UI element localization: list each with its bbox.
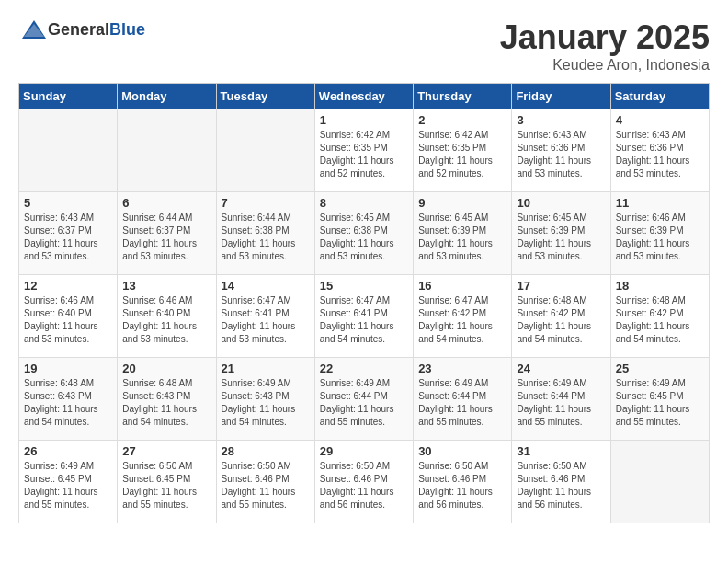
day-info: Sunrise: 6:45 AMSunset: 6:38 PMDaylight:… bbox=[320, 212, 408, 263]
logo: GeneralBlue bbox=[18, 18, 145, 40]
day-number: 3 bbox=[517, 113, 605, 127]
day-number: 30 bbox=[418, 444, 506, 458]
day-info: Sunrise: 6:44 AMSunset: 6:38 PMDaylight:… bbox=[222, 212, 310, 263]
day-info: Sunrise: 6:46 AMSunset: 6:40 PMDaylight:… bbox=[24, 294, 112, 346]
day-info: Sunrise: 6:48 AMSunset: 6:43 PMDaylight:… bbox=[24, 377, 112, 429]
logo-general: General bbox=[48, 20, 109, 39]
calendar-cell: 5Sunrise: 6:43 AMSunset: 6:37 PMDaylight… bbox=[19, 192, 118, 275]
day-number: 23 bbox=[418, 362, 506, 375]
day-info: Sunrise: 6:48 AMSunset: 6:42 PMDaylight:… bbox=[517, 294, 605, 346]
calendar-cell: 19Sunrise: 6:48 AMSunset: 6:43 PMDayligh… bbox=[19, 358, 118, 441]
day-info: Sunrise: 6:50 AMSunset: 6:45 PMDaylight:… bbox=[122, 460, 210, 511]
calendar-table: SundayMondayTuesdayWednesdayThursdayFrid… bbox=[18, 83, 710, 523]
calendar-cell bbox=[118, 109, 216, 192]
day-info: Sunrise: 6:42 AMSunset: 6:35 PMDaylight:… bbox=[320, 129, 408, 180]
day-info: Sunrise: 6:47 AMSunset: 6:41 PMDaylight:… bbox=[320, 294, 408, 346]
calendar-cell: 25Sunrise: 6:49 AMSunset: 6:45 PMDayligh… bbox=[610, 358, 709, 441]
day-number: 22 bbox=[320, 362, 408, 375]
calendar-cell: 4Sunrise: 6:43 AMSunset: 6:36 PMDaylight… bbox=[610, 109, 709, 192]
calendar-cell: 31Sunrise: 6:50 AMSunset: 6:46 PMDayligh… bbox=[512, 441, 610, 523]
week-row-4: 19Sunrise: 6:48 AMSunset: 6:43 PMDayligh… bbox=[19, 358, 710, 441]
day-info: Sunrise: 6:43 AMSunset: 6:36 PMDaylight:… bbox=[517, 129, 605, 180]
day-number: 13 bbox=[122, 279, 210, 293]
day-info: Sunrise: 6:44 AMSunset: 6:37 PMDaylight:… bbox=[122, 212, 210, 263]
header-day-wednesday: Wednesday bbox=[314, 84, 413, 109]
day-info: Sunrise: 6:49 AMSunset: 6:43 PMDaylight:… bbox=[222, 377, 310, 429]
day-info: Sunrise: 6:49 AMSunset: 6:45 PMDaylight:… bbox=[24, 460, 112, 511]
day-number: 2 bbox=[418, 113, 506, 127]
calendar-cell: 17Sunrise: 6:48 AMSunset: 6:42 PMDayligh… bbox=[512, 275, 610, 358]
calendar-cell: 26Sunrise: 6:49 AMSunset: 6:45 PMDayligh… bbox=[19, 441, 118, 523]
calendar-cell: 20Sunrise: 6:48 AMSunset: 6:43 PMDayligh… bbox=[118, 358, 216, 441]
calendar-cell: 16Sunrise: 6:47 AMSunset: 6:42 PMDayligh… bbox=[414, 275, 512, 358]
calendar-cell: 13Sunrise: 6:46 AMSunset: 6:40 PMDayligh… bbox=[118, 275, 216, 358]
header-day-saturday: Saturday bbox=[610, 84, 709, 109]
title-area: January 2025 Keudee Aron, Indonesia bbox=[500, 18, 710, 74]
calendar-cell bbox=[216, 109, 314, 192]
header-day-monday: Monday bbox=[118, 84, 216, 109]
day-info: Sunrise: 6:50 AMSunset: 6:46 PMDaylight:… bbox=[222, 460, 310, 511]
day-number: 20 bbox=[122, 362, 210, 375]
day-number: 18 bbox=[616, 279, 704, 293]
day-info: Sunrise: 6:47 AMSunset: 6:41 PMDaylight:… bbox=[222, 294, 310, 346]
day-number: 6 bbox=[122, 196, 210, 210]
logo-blue: Blue bbox=[109, 20, 145, 39]
logo-icon bbox=[20, 18, 48, 40]
week-row-2: 5Sunrise: 6:43 AMSunset: 6:37 PMDaylight… bbox=[19, 192, 710, 275]
svg-marker-1 bbox=[24, 24, 44, 37]
header-day-thursday: Thursday bbox=[414, 84, 512, 109]
day-number: 7 bbox=[222, 196, 310, 210]
day-info: Sunrise: 6:48 AMSunset: 6:43 PMDaylight:… bbox=[122, 377, 210, 429]
calendar-cell: 14Sunrise: 6:47 AMSunset: 6:41 PMDayligh… bbox=[216, 275, 314, 358]
day-number: 17 bbox=[517, 279, 605, 293]
day-info: Sunrise: 6:46 AMSunset: 6:39 PMDaylight:… bbox=[616, 212, 704, 263]
day-number: 21 bbox=[222, 362, 310, 375]
calendar-cell: 9Sunrise: 6:45 AMSunset: 6:39 PMDaylight… bbox=[414, 192, 512, 275]
day-number: 31 bbox=[517, 444, 605, 458]
calendar-cell: 27Sunrise: 6:50 AMSunset: 6:45 PMDayligh… bbox=[118, 441, 216, 523]
day-info: Sunrise: 6:43 AMSunset: 6:37 PMDaylight:… bbox=[24, 212, 112, 263]
day-number: 9 bbox=[418, 196, 506, 210]
day-info: Sunrise: 6:49 AMSunset: 6:44 PMDaylight:… bbox=[517, 377, 605, 429]
day-number: 11 bbox=[616, 196, 704, 210]
calendar-cell: 7Sunrise: 6:44 AMSunset: 6:38 PMDaylight… bbox=[216, 192, 314, 275]
calendar-cell: 30Sunrise: 6:50 AMSunset: 6:46 PMDayligh… bbox=[414, 441, 512, 523]
day-info: Sunrise: 6:45 AMSunset: 6:39 PMDaylight:… bbox=[517, 212, 605, 263]
day-number: 8 bbox=[320, 196, 408, 210]
calendar-cell: 11Sunrise: 6:46 AMSunset: 6:39 PMDayligh… bbox=[610, 192, 709, 275]
calendar-cell: 3Sunrise: 6:43 AMSunset: 6:36 PMDaylight… bbox=[512, 109, 610, 192]
calendar-cell: 23Sunrise: 6:49 AMSunset: 6:44 PMDayligh… bbox=[414, 358, 512, 441]
week-row-3: 12Sunrise: 6:46 AMSunset: 6:40 PMDayligh… bbox=[19, 275, 710, 358]
day-info: Sunrise: 6:50 AMSunset: 6:46 PMDaylight:… bbox=[418, 460, 506, 511]
calendar-cell: 12Sunrise: 6:46 AMSunset: 6:40 PMDayligh… bbox=[19, 275, 118, 358]
header-day-tuesday: Tuesday bbox=[216, 84, 314, 109]
calendar-cell: 24Sunrise: 6:49 AMSunset: 6:44 PMDayligh… bbox=[512, 358, 610, 441]
calendar-cell: 1Sunrise: 6:42 AMSunset: 6:35 PMDaylight… bbox=[314, 109, 413, 192]
day-number: 4 bbox=[616, 113, 704, 127]
day-number: 14 bbox=[222, 279, 310, 293]
calendar-cell: 28Sunrise: 6:50 AMSunset: 6:46 PMDayligh… bbox=[216, 441, 314, 523]
day-number: 19 bbox=[24, 362, 112, 375]
day-number: 25 bbox=[616, 362, 704, 375]
calendar-cell bbox=[19, 109, 118, 192]
day-info: Sunrise: 6:49 AMSunset: 6:44 PMDaylight:… bbox=[320, 377, 408, 429]
day-number: 1 bbox=[320, 113, 408, 127]
calendar-subtitle: Keudee Aron, Indonesia bbox=[500, 57, 710, 74]
day-info: Sunrise: 6:49 AMSunset: 6:44 PMDaylight:… bbox=[418, 377, 506, 429]
calendar-cell: 15Sunrise: 6:47 AMSunset: 6:41 PMDayligh… bbox=[314, 275, 413, 358]
calendar-cell bbox=[610, 441, 709, 523]
day-number: 26 bbox=[24, 444, 112, 458]
header: GeneralBlue January 2025 Keudee Aron, In… bbox=[18, 18, 710, 74]
calendar-cell: 2Sunrise: 6:42 AMSunset: 6:35 PMDaylight… bbox=[414, 109, 512, 192]
day-number: 5 bbox=[24, 196, 112, 210]
day-number: 15 bbox=[320, 279, 408, 293]
day-number: 16 bbox=[418, 279, 506, 293]
header-day-sunday: Sunday bbox=[19, 84, 118, 109]
day-info: Sunrise: 6:48 AMSunset: 6:42 PMDaylight:… bbox=[616, 294, 704, 346]
day-info: Sunrise: 6:50 AMSunset: 6:46 PMDaylight:… bbox=[517, 460, 605, 511]
week-row-5: 26Sunrise: 6:49 AMSunset: 6:45 PMDayligh… bbox=[19, 441, 710, 523]
day-number: 24 bbox=[517, 362, 605, 375]
calendar-cell: 6Sunrise: 6:44 AMSunset: 6:37 PMDaylight… bbox=[118, 192, 216, 275]
calendar-cell: 21Sunrise: 6:49 AMSunset: 6:43 PMDayligh… bbox=[216, 358, 314, 441]
calendar-cell: 18Sunrise: 6:48 AMSunset: 6:42 PMDayligh… bbox=[610, 275, 709, 358]
